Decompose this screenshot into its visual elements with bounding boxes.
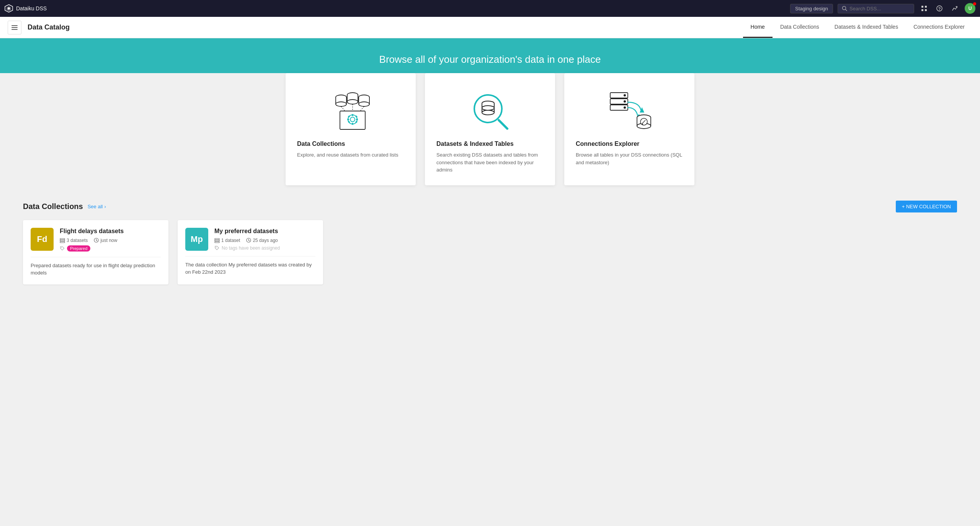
page-title: Data Catalog [28,23,743,31]
svg-point-74 [61,247,62,248]
svg-rect-37 [347,119,349,120]
search-bar[interactable] [838,4,914,13]
tab-home[interactable]: Home [743,17,773,38]
data-collections-card-title: Data Collections [297,140,404,147]
svg-line-67 [642,124,643,124]
svg-rect-12 [11,27,18,28]
svg-line-50 [499,120,507,129]
feature-cards-section: Data Collections Explore, and reuse data… [0,73,980,185]
svg-point-2 [8,7,10,10]
feature-cards-container: Data Collections Explore, and reuse data… [23,73,957,185]
dc-time-mp: 25 days ago [246,238,278,243]
feature-card-data-collections[interactable]: Data Collections Explore, and reuse data… [286,73,416,185]
dc-card-avatar-mp: Mp [185,228,208,251]
dc-cards-list: Fd Flight delays datasets 3 datasets [23,220,957,284]
help-icon[interactable]: ? [934,3,945,14]
data-collections-card-icon [297,87,404,133]
top-navbar: Dataiku DSS Staging design ? [0,0,980,17]
feature-card-datasets[interactable]: Datasets & Indexed Tables Search existin… [425,73,555,185]
dc-card-meta-fd: 3 datasets just now [60,238,161,243]
nav-tabs: Home Data Collections Datasets & Indexed… [743,17,972,38]
dataiku-logo [5,4,13,13]
app-brand[interactable]: Dataiku DSS [5,4,47,13]
dc-card-my-preferred[interactable]: Mp My preferred datasets 1 dataset [178,220,323,284]
svg-point-81 [216,247,217,248]
dc-card-meta-mp: 1 dataset 25 days ago [214,238,315,243]
sub-navbar: Data Catalog Home Data Collections Datas… [0,17,980,38]
stats-icon[interactable] [949,3,960,14]
svg-rect-11 [11,25,18,26]
svg-point-46 [482,106,494,110]
svg-point-34 [350,117,355,122]
dc-card-avatar-fd: Fd [31,228,54,251]
dc-section-title: Data Collections [23,202,83,211]
svg-rect-36 [352,123,353,125]
sidebar-toggle[interactable] [8,21,21,34]
dc-card-header: Fd Flight delays datasets 3 datasets [31,228,161,252]
svg-rect-38 [356,119,358,120]
dc-card-info-fd: Flight delays datasets 3 datasets [60,228,161,252]
svg-rect-68 [60,238,65,240]
hero-title: Browse all of your organization's data i… [8,54,972,65]
dc-card-flight-delays[interactable]: Fd Flight delays datasets 3 datasets [23,220,168,284]
svg-rect-7 [921,9,923,11]
dc-card-info-mp: My preferred datasets 1 dataset [214,228,315,251]
svg-rect-76 [215,240,219,241]
svg-rect-70 [60,242,65,243]
svg-rect-69 [60,240,65,241]
search-input[interactable] [849,6,910,11]
svg-point-54 [624,94,626,96]
dc-card-tags-fd: Prepared [60,245,161,252]
user-avatar[interactable]: U [965,3,975,14]
svg-line-4 [846,10,847,11]
data-collections-card-desc: Explore, and reuse datasets from curated… [297,151,404,159]
datasets-icon-mp [214,238,220,243]
datasets-card-desc: Search existing DSS datasets and tables … [436,151,544,174]
notification-dot [973,2,976,5]
svg-text:?: ? [938,7,941,11]
app-name: Dataiku DSS [16,5,47,11]
svg-rect-5 [921,6,923,8]
search-icon [842,6,847,11]
dc-card-header-mp: Mp My preferred datasets 1 dataset [185,228,315,251]
svg-line-31 [360,106,364,111]
svg-rect-13 [11,29,18,30]
see-all-link[interactable]: See all › [88,204,106,209]
feature-card-connections[interactable]: Connections Explorer Browse all tables i… [564,73,694,185]
avatar-initials: U [969,6,972,11]
svg-rect-77 [215,242,219,243]
svg-line-29 [341,106,345,111]
svg-rect-6 [925,6,927,8]
navbar-icons: ? U [919,3,975,14]
staging-button[interactable]: Staging design [790,4,833,13]
time-icon [94,238,99,243]
svg-point-55 [624,100,626,103]
grid-icon[interactable] [919,3,929,14]
dc-datasets-count-mp: 1 dataset [214,238,240,243]
svg-rect-35 [352,114,353,116]
dc-card-desc-mp: The data collection My preferred dataset… [185,256,315,276]
svg-rect-75 [215,238,219,240]
dc-section-header: Data Collections See all › + NEW COLLECT… [23,201,957,212]
tab-datasets-indexed[interactable]: Datasets & Indexed Tables [827,17,906,38]
dc-card-tags-mp: No tags have been assigned [214,245,315,251]
svg-line-80 [249,240,250,241]
data-collections-section: Data Collections See all › + NEW COLLECT… [0,185,980,300]
tag-prepared: Prepared [67,245,90,252]
new-collection-button[interactable]: + NEW COLLECTION [896,201,957,212]
svg-point-16 [336,102,346,106]
datasets-icon [60,238,65,243]
tab-connections-explorer[interactable]: Connections Explorer [906,17,972,38]
svg-line-73 [96,240,98,241]
dc-time: just now [94,238,117,243]
svg-point-26 [359,102,369,106]
time-icon-mp [246,238,251,243]
tab-data-collections[interactable]: Data Collections [773,17,827,38]
tag-icon [60,246,65,251]
dc-datasets-count: 3 datasets [60,238,88,243]
svg-point-21 [347,100,358,104]
svg-rect-8 [925,9,927,11]
connections-card-icon [576,87,683,133]
svg-point-47 [482,110,494,115]
dc-card-name-mp: My preferred datasets [214,228,315,235]
